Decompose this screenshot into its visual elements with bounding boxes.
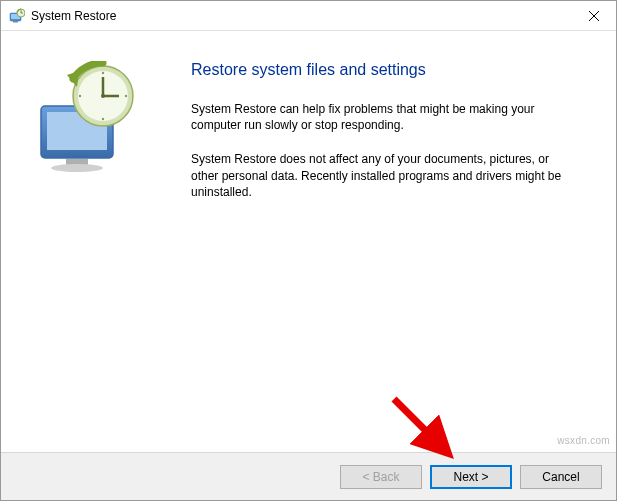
svg-point-16: [102, 72, 104, 74]
svg-rect-2: [13, 21, 18, 23]
window-title: System Restore: [31, 9, 116, 23]
titlebar: System Restore: [1, 1, 616, 31]
system-restore-graphic-icon: [31, 170, 151, 184]
next-button[interactable]: Next >: [430, 465, 512, 489]
content-area: Restore system files and settings System…: [1, 31, 616, 452]
description-paragraph-2: System Restore does not affect any of yo…: [191, 151, 576, 200]
button-bar: < Back Next > Cancel: [1, 452, 616, 500]
back-button: < Back: [340, 465, 422, 489]
system-restore-window: System Restore: [0, 0, 617, 501]
close-button[interactable]: [571, 1, 616, 30]
description-paragraph-1: System Restore can help fix problems tha…: [191, 101, 576, 133]
svg-point-15: [101, 94, 105, 98]
svg-point-10: [51, 164, 103, 172]
svg-marker-20: [67, 71, 79, 87]
close-icon: [589, 11, 599, 21]
svg-point-19: [125, 95, 127, 97]
cancel-button[interactable]: Cancel: [520, 465, 602, 489]
right-pane: Restore system files and settings System…: [181, 31, 616, 452]
left-pane: [1, 31, 181, 452]
svg-point-17: [102, 118, 104, 120]
system-restore-icon: [9, 8, 25, 24]
page-heading: Restore system files and settings: [191, 61, 576, 79]
attribution-text: wsxdn.com: [557, 435, 610, 446]
svg-point-18: [79, 95, 81, 97]
